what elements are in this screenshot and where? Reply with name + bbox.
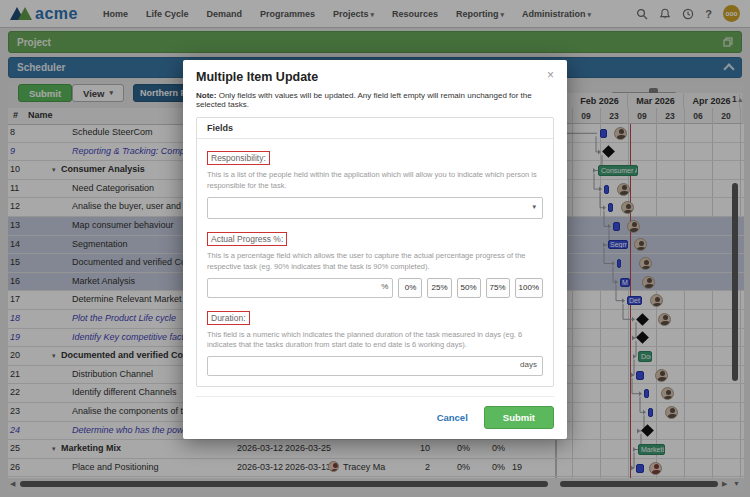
days-suffix: days — [520, 360, 537, 369]
quick-percent-button-0[interactable]: 0% — [398, 278, 422, 298]
duration-description: This field is a numeric which indicates … — [207, 330, 543, 352]
actual-progress-description: This is a percentage field which allows … — [207, 251, 543, 273]
quick-percent-button-25[interactable]: 25% — [427, 278, 451, 298]
responsibility-description: This is a list of the people held within… — [207, 170, 543, 192]
chevron-down-icon: ▾ — [532, 203, 536, 211]
fields-panel: Fields Responsibility: This is a list of… — [196, 117, 554, 387]
multiple-item-update-dialog: Multiple Item Update × Note: Only fields… — [183, 60, 567, 439]
dialog-note: Note: Only fields with values will be up… — [196, 91, 554, 109]
quick-percent-button-50[interactable]: 50% — [457, 278, 481, 298]
quick-percent-button-75[interactable]: 75% — [486, 278, 510, 298]
duration-input[interactable]: days — [207, 356, 543, 376]
responsibility-label: Responsibility: — [207, 151, 270, 165]
dialog-title: Multiple Item Update — [196, 70, 318, 84]
actual-progress-input[interactable]: % — [207, 278, 393, 298]
responsibility-select[interactable]: ▾ — [207, 197, 543, 219]
actual-progress-label: Actual Progress %: — [207, 232, 287, 246]
dialog-submit-button[interactable]: Submit — [484, 406, 554, 429]
quick-percent-button-100[interactable]: 100% — [515, 278, 543, 298]
percent-suffix: % — [381, 282, 388, 291]
duration-label: Duration: — [207, 311, 250, 325]
cancel-button[interactable]: Cancel — [437, 412, 468, 423]
close-icon[interactable]: × — [547, 70, 554, 80]
fields-panel-header: Fields — [197, 118, 553, 139]
